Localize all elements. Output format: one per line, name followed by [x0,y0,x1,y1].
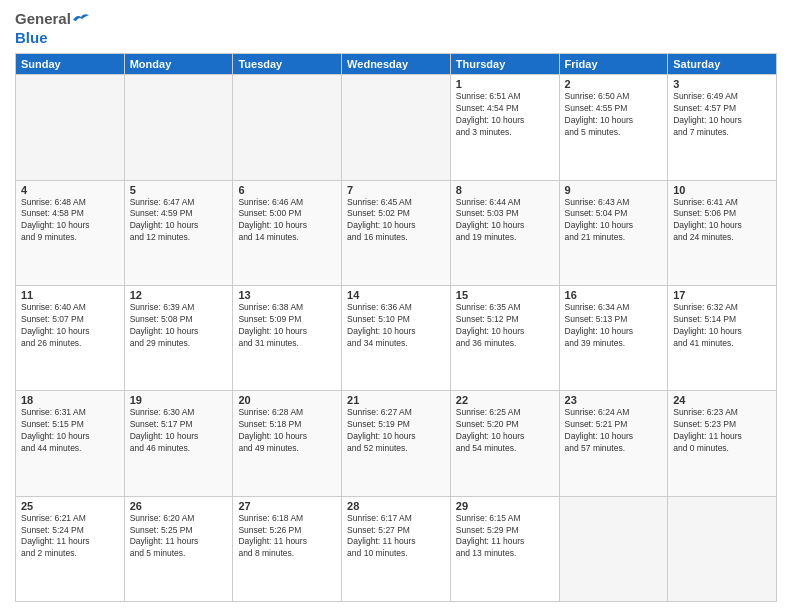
day-info: Sunrise: 6:51 AM Sunset: 4:54 PM Dayligh… [456,91,554,139]
calendar-cell: 29Sunrise: 6:15 AM Sunset: 5:29 PM Dayli… [450,496,559,601]
day-number: 6 [238,184,336,196]
calendar-cell: 14Sunrise: 6:36 AM Sunset: 5:10 PM Dayli… [342,285,451,390]
calendar-cell: 23Sunrise: 6:24 AM Sunset: 5:21 PM Dayli… [559,391,668,496]
day-info: Sunrise: 6:18 AM Sunset: 5:26 PM Dayligh… [238,513,336,561]
calendar-cell: 11Sunrise: 6:40 AM Sunset: 5:07 PM Dayli… [16,285,125,390]
day-header-tuesday: Tuesday [233,54,342,75]
day-number: 17 [673,289,771,301]
header: GeneralBlue [15,10,777,47]
calendar-cell: 9Sunrise: 6:43 AM Sunset: 5:04 PM Daylig… [559,180,668,285]
day-number: 11 [21,289,119,301]
day-info: Sunrise: 6:43 AM Sunset: 5:04 PM Dayligh… [565,197,663,245]
calendar-cell: 17Sunrise: 6:32 AM Sunset: 5:14 PM Dayli… [668,285,777,390]
calendar-page: GeneralBlue SundayMondayTuesdayWednesday… [0,0,792,612]
calendar-cell: 25Sunrise: 6:21 AM Sunset: 5:24 PM Dayli… [16,496,125,601]
day-info: Sunrise: 6:41 AM Sunset: 5:06 PM Dayligh… [673,197,771,245]
day-number: 8 [456,184,554,196]
day-info: Sunrise: 6:27 AM Sunset: 5:19 PM Dayligh… [347,407,445,455]
calendar-cell: 1Sunrise: 6:51 AM Sunset: 4:54 PM Daylig… [450,75,559,180]
calendar-cell: 27Sunrise: 6:18 AM Sunset: 5:26 PM Dayli… [233,496,342,601]
day-number: 29 [456,500,554,512]
calendar-cell: 21Sunrise: 6:27 AM Sunset: 5:19 PM Dayli… [342,391,451,496]
day-number: 13 [238,289,336,301]
calendar-cell: 7Sunrise: 6:45 AM Sunset: 5:02 PM Daylig… [342,180,451,285]
calendar-cell [668,496,777,601]
day-info: Sunrise: 6:46 AM Sunset: 5:00 PM Dayligh… [238,197,336,245]
logo-general: General [15,10,71,28]
day-info: Sunrise: 6:28 AM Sunset: 5:18 PM Dayligh… [238,407,336,455]
day-number: 23 [565,394,663,406]
day-info: Sunrise: 6:50 AM Sunset: 4:55 PM Dayligh… [565,91,663,139]
day-number: 21 [347,394,445,406]
day-number: 24 [673,394,771,406]
day-number: 9 [565,184,663,196]
day-info: Sunrise: 6:49 AM Sunset: 4:57 PM Dayligh… [673,91,771,139]
calendar-cell: 16Sunrise: 6:34 AM Sunset: 5:13 PM Dayli… [559,285,668,390]
calendar-table: SundayMondayTuesdayWednesdayThursdayFrid… [15,53,777,602]
day-number: 19 [130,394,228,406]
day-info: Sunrise: 6:48 AM Sunset: 4:58 PM Dayligh… [21,197,119,245]
calendar-cell: 5Sunrise: 6:47 AM Sunset: 4:59 PM Daylig… [124,180,233,285]
day-info: Sunrise: 6:15 AM Sunset: 5:29 PM Dayligh… [456,513,554,561]
day-header-friday: Friday [559,54,668,75]
calendar-cell: 4Sunrise: 6:48 AM Sunset: 4:58 PM Daylig… [16,180,125,285]
day-info: Sunrise: 6:21 AM Sunset: 5:24 PM Dayligh… [21,513,119,561]
day-info: Sunrise: 6:24 AM Sunset: 5:21 PM Dayligh… [565,407,663,455]
day-info: Sunrise: 6:34 AM Sunset: 5:13 PM Dayligh… [565,302,663,350]
calendar-cell: 8Sunrise: 6:44 AM Sunset: 5:03 PM Daylig… [450,180,559,285]
day-number: 18 [21,394,119,406]
calendar-cell: 20Sunrise: 6:28 AM Sunset: 5:18 PM Dayli… [233,391,342,496]
day-info: Sunrise: 6:44 AM Sunset: 5:03 PM Dayligh… [456,197,554,245]
day-number: 2 [565,78,663,90]
day-number: 16 [565,289,663,301]
day-info: Sunrise: 6:40 AM Sunset: 5:07 PM Dayligh… [21,302,119,350]
day-header-wednesday: Wednesday [342,54,451,75]
day-number: 3 [673,78,771,90]
logo: GeneralBlue [15,10,89,47]
day-number: 25 [21,500,119,512]
day-header-monday: Monday [124,54,233,75]
day-number: 14 [347,289,445,301]
calendar-cell [233,75,342,180]
calendar-cell: 28Sunrise: 6:17 AM Sunset: 5:27 PM Dayli… [342,496,451,601]
calendar-cell [124,75,233,180]
calendar-cell: 18Sunrise: 6:31 AM Sunset: 5:15 PM Dayli… [16,391,125,496]
day-number: 7 [347,184,445,196]
day-number: 22 [456,394,554,406]
calendar-cell: 12Sunrise: 6:39 AM Sunset: 5:08 PM Dayli… [124,285,233,390]
day-number: 5 [130,184,228,196]
day-header-saturday: Saturday [668,54,777,75]
calendar-cell: 24Sunrise: 6:23 AM Sunset: 5:23 PM Dayli… [668,391,777,496]
calendar-cell [16,75,125,180]
day-info: Sunrise: 6:32 AM Sunset: 5:14 PM Dayligh… [673,302,771,350]
day-number: 12 [130,289,228,301]
day-header-thursday: Thursday [450,54,559,75]
day-number: 15 [456,289,554,301]
day-number: 28 [347,500,445,512]
day-info: Sunrise: 6:17 AM Sunset: 5:27 PM Dayligh… [347,513,445,561]
calendar-cell: 15Sunrise: 6:35 AM Sunset: 5:12 PM Dayli… [450,285,559,390]
day-number: 10 [673,184,771,196]
day-info: Sunrise: 6:39 AM Sunset: 5:08 PM Dayligh… [130,302,228,350]
calendar-cell [559,496,668,601]
day-number: 20 [238,394,336,406]
calendar-cell: 6Sunrise: 6:46 AM Sunset: 5:00 PM Daylig… [233,180,342,285]
day-info: Sunrise: 6:36 AM Sunset: 5:10 PM Dayligh… [347,302,445,350]
day-info: Sunrise: 6:30 AM Sunset: 5:17 PM Dayligh… [130,407,228,455]
bird-icon [71,12,89,26]
day-header-sunday: Sunday [16,54,125,75]
calendar-cell: 3Sunrise: 6:49 AM Sunset: 4:57 PM Daylig… [668,75,777,180]
calendar-cell: 22Sunrise: 6:25 AM Sunset: 5:20 PM Dayli… [450,391,559,496]
day-info: Sunrise: 6:20 AM Sunset: 5:25 PM Dayligh… [130,513,228,561]
calendar-cell: 2Sunrise: 6:50 AM Sunset: 4:55 PM Daylig… [559,75,668,180]
day-info: Sunrise: 6:23 AM Sunset: 5:23 PM Dayligh… [673,407,771,455]
day-info: Sunrise: 6:35 AM Sunset: 5:12 PM Dayligh… [456,302,554,350]
day-info: Sunrise: 6:47 AM Sunset: 4:59 PM Dayligh… [130,197,228,245]
day-number: 26 [130,500,228,512]
calendar-cell [342,75,451,180]
calendar-cell: 13Sunrise: 6:38 AM Sunset: 5:09 PM Dayli… [233,285,342,390]
day-info: Sunrise: 6:31 AM Sunset: 5:15 PM Dayligh… [21,407,119,455]
calendar-cell: 19Sunrise: 6:30 AM Sunset: 5:17 PM Dayli… [124,391,233,496]
day-info: Sunrise: 6:45 AM Sunset: 5:02 PM Dayligh… [347,197,445,245]
day-info: Sunrise: 6:25 AM Sunset: 5:20 PM Dayligh… [456,407,554,455]
